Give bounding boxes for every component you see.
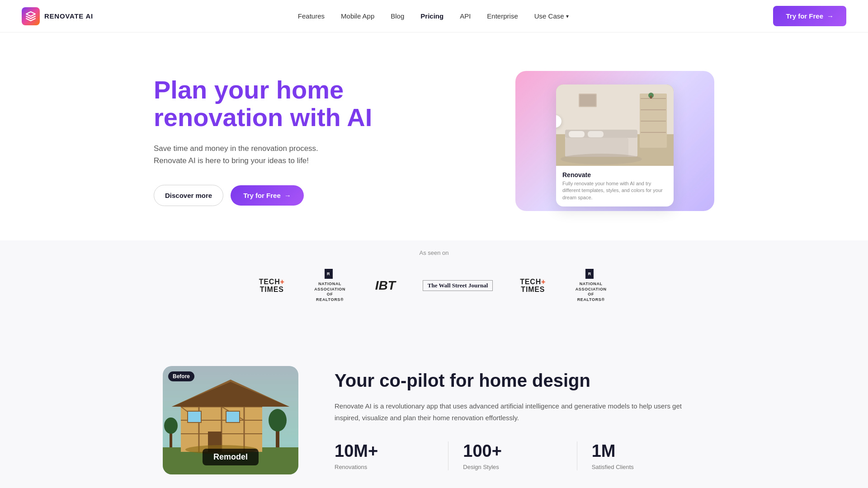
svg-rect-8 [650, 96, 652, 99]
logo-wsj: The Wall Street Journal [423, 280, 493, 291]
svg-rect-12 [588, 131, 604, 137]
nar-box-icon: R [325, 269, 333, 279]
stat-renovations: 10M+ Renovations [335, 441, 448, 470]
logo-ibt: IBT [375, 278, 396, 293]
stat-design-styles: 100+ Design Styles [463, 441, 577, 470]
svg-rect-3 [641, 98, 666, 99]
nav-api[interactable]: API [460, 12, 471, 20]
before-label: Before [168, 371, 194, 381]
svg-rect-5 [641, 121, 666, 122]
stat-satisfied-clients: 1M Satisfied Clients [592, 441, 705, 470]
hero-try-free-button[interactable]: Try for Free → [231, 185, 304, 206]
stat-satisfied-clients-label: Satisfied Clients [592, 464, 691, 470]
stats-row: 10M+ Renovations 100+ Design Styles 1M S… [335, 441, 705, 470]
svg-rect-16 [580, 94, 596, 106]
copilot-title: Your co-pilot for home design [335, 370, 705, 391]
hero-buttons: Discover more Try for Free → [154, 185, 372, 206]
navbar: RENOVATE AI Features Mobile App Blog Pri… [0, 0, 868, 33]
stat-renovations-label: Renovations [335, 464, 434, 470]
copilot-description: Renovate AI is a revolutionary app that … [335, 400, 705, 423]
room-card: ‹ [556, 84, 674, 206]
svg-rect-31 [188, 411, 201, 422]
stat-satisfied-clients-number: 1M [592, 441, 691, 461]
nav-features[interactable]: Features [298, 12, 325, 20]
stat-design-styles-number: 100+ [463, 441, 562, 461]
nav-enterprise[interactable]: Enterprise [487, 12, 518, 20]
logo-nar-2: R NATIONAL ASSOCIATION OF REALTORS® [573, 269, 609, 303]
stat-design-styles-label: Design Styles [463, 464, 562, 470]
nav-try-free-button[interactable]: Try for Free → [773, 6, 846, 26]
copilot-content: Before [118, 339, 750, 488]
nar-box-icon-2: R [585, 269, 594, 279]
svg-point-38 [164, 418, 178, 434]
svg-rect-4 [641, 109, 666, 110]
room-info: Renovate Fully renovate your home with A… [556, 166, 674, 206]
hero-left: Plan your home renovation with AI Save t… [154, 76, 372, 206]
room-image: ‹ [556, 84, 674, 166]
before-card: Before [163, 366, 298, 474]
cube-icon [25, 11, 36, 22]
nav-pricing[interactable]: Pricing [420, 12, 443, 20]
svg-point-14 [561, 154, 642, 164]
remodel-label: Remodel [203, 449, 259, 465]
copilot-right: Your co-pilot for home design Renovate A… [335, 370, 705, 470]
hero-right: ‹ [515, 71, 714, 211]
arrow-right-icon: → [827, 12, 834, 20]
logo-icon [22, 7, 40, 25]
svg-rect-32 [226, 411, 240, 422]
room-card-title: Renovate [562, 171, 667, 178]
logos-row: TECH+ TIMES R NATIONAL ASSOCIATION OF RE… [22, 269, 846, 303]
hero-image-card: ‹ [515, 71, 714, 211]
hero-title: Plan your home renovation with AI [154, 76, 372, 131]
logo-tech-times-2: TECH+ TIMES [520, 278, 546, 294]
logo-tech-times-1: TECH+ TIMES [259, 278, 285, 294]
nav-links: Features Mobile App Blog Pricing API Ent… [298, 12, 569, 20]
room-card-desc: Fully renovate your home with AI and try… [562, 180, 667, 201]
svg-point-36 [269, 409, 287, 432]
nav-blog[interactable]: Blog [391, 12, 404, 20]
arrow-right-icon: → [284, 192, 291, 199]
nav-use-case[interactable]: Use Case ▾ [534, 12, 569, 20]
stat-renovations-number: 10M+ [335, 441, 434, 461]
chevron-down-icon: ▾ [566, 13, 569, 19]
discover-more-button[interactable]: Discover more [154, 185, 223, 206]
hero-content: Plan your home renovation with AI Save t… [118, 33, 750, 240]
room-illustration [556, 84, 674, 166]
copilot-section: Before [0, 321, 868, 488]
nav-mobile-app[interactable]: Mobile App [341, 12, 374, 20]
svg-rect-6 [641, 132, 666, 133]
as-seen-label: As seen on [22, 249, 846, 256]
hero-subtitle: Save time and money in the renovation pr… [154, 142, 353, 167]
as-seen-section: As seen on TECH+ TIMES R NATIONAL ASSOCI… [0, 240, 868, 321]
logo-nar-1: R NATIONAL ASSOCIATION OF REALTORS® [312, 269, 348, 303]
logo[interactable]: RENOVATE AI [22, 7, 93, 25]
svg-rect-11 [569, 131, 585, 137]
hero-section: Plan your home renovation with AI Save t… [0, 33, 868, 240]
brand-name: RENOVATE AI [44, 12, 93, 20]
